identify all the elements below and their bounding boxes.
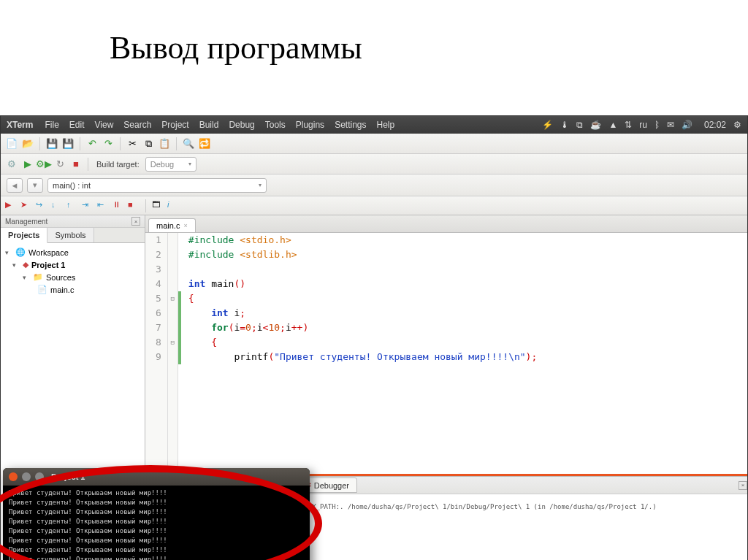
menu-search[interactable]: Search — [123, 120, 151, 130]
run-to-cursor-icon[interactable]: ➤ — [20, 200, 32, 212]
clock[interactable]: 02:02 — [704, 120, 726, 130]
menu-plugins[interactable]: Plugins — [296, 120, 324, 130]
temperature-icon[interactable]: 🌡 — [560, 120, 569, 130]
ide-screenshot: XTerm FileEditViewSearchProjectBuildDebu… — [0, 115, 748, 560]
menu-tools[interactable]: Tools — [265, 120, 286, 130]
break-icon[interactable]: ⏸ — [112, 200, 124, 212]
session-icon[interactable]: ⚙ — [733, 120, 741, 130]
menu-project[interactable]: Project — [161, 120, 188, 130]
keyboard-layout[interactable]: ru — [639, 120, 647, 130]
close-panel-icon[interactable]: × — [131, 217, 140, 226]
editor-tabs: main.c× — [145, 215, 747, 233]
power-icon[interactable]: ⚡ — [542, 120, 553, 130]
nav-back-button[interactable]: ◄ — [7, 178, 23, 193]
terminal-title: Project 1 — [51, 472, 85, 481]
step-into-icon[interactable]: ↓ — [51, 200, 63, 212]
tree-project[interactable]: ▾◆Project 1 — [2, 258, 143, 271]
undo-icon[interactable]: ↶ — [85, 137, 99, 150]
menu-debug[interactable]: Debug — [229, 120, 254, 130]
save-icon[interactable]: 💾 — [45, 137, 58, 150]
stop-debug-icon[interactable]: ■ — [128, 200, 140, 212]
editor-tab-main-c[interactable]: main.c× — [148, 218, 196, 232]
build-run-icon[interactable]: ⚙▶ — [37, 158, 50, 171]
dropbox-icon[interactable]: ⧉ — [576, 120, 583, 130]
tab-projects[interactable]: Projects — [1, 228, 47, 243]
menu-build[interactable]: Build — [199, 120, 219, 130]
step-out-icon[interactable]: ↑ — [66, 200, 78, 212]
window-close-icon[interactable] — [9, 472, 18, 481]
info-icon[interactable]: i — [167, 200, 179, 212]
copy-icon[interactable]: ⧉ — [142, 137, 155, 150]
terminal-window[interactable]: Project 1 Привет студенты! Открываем нов… — [3, 468, 310, 560]
network-icon[interactable]: ⇅ — [625, 120, 632, 130]
system-tray: ⚡ 🌡 ⧉ ☕ ▲ ⇅ ru ᛒ ✉ 🔊 02:02 ⚙ — [542, 120, 741, 130]
window-title: XTerm — [7, 120, 33, 130]
mail-icon[interactable]: ✉ — [667, 120, 674, 130]
redo-icon[interactable]: ↷ — [102, 137, 115, 150]
menu-edit[interactable]: Edit — [69, 120, 85, 130]
tree-file-main-c[interactable]: 📄main.c — [2, 283, 143, 296]
terminal-titlebar[interactable]: Project 1 — [3, 468, 310, 486]
step-instr-icon[interactable]: ⇤ — [97, 200, 109, 212]
main-toolbar: 📄 📂 💾 💾 ↶ ↷ ✂ ⧉ 📋 🔍 🔁 — [1, 134, 747, 154]
system-topbar: XTerm FileEditViewSearchProjectBuildDebu… — [1, 116, 747, 134]
code-lines[interactable]: #include <stdio.h>#include <stdlib.h> in… — [181, 233, 537, 474]
sidebar-panel-header: Management × — [1, 215, 145, 228]
menu-view[interactable]: View — [95, 120, 114, 130]
sidebar-tabs: Projects Symbols — [1, 228, 145, 243]
menu-settings[interactable]: Settings — [335, 120, 366, 130]
debug-start-icon[interactable]: ▶ — [5, 200, 17, 212]
scope-toolbar: ◄ ▾ main() : int▾ — [1, 174, 747, 196]
terminal-output[interactable]: Привет студенты! Открываем новый мир!!!!… — [3, 486, 310, 560]
save-all-icon[interactable]: 💾 — [61, 137, 75, 150]
code-editor[interactable]: 123456789 ⊟⊟ #include <stdio.h>#include … — [145, 233, 747, 474]
debug-toolbar: ▶ ➤ ↪ ↓ ↑ ⇥ ⇤ ⏸ ■ 🗔 i — [1, 196, 747, 215]
run-icon[interactable]: ▶ — [21, 158, 34, 171]
build-icon[interactable]: ⚙ — [5, 158, 18, 171]
updates-icon[interactable]: ▲ — [608, 120, 617, 130]
tree-sources[interactable]: ▾📁Sources — [2, 271, 143, 283]
fold-gutter[interactable]: ⊟⊟ — [168, 233, 178, 474]
line-gutter: 123456789 — [145, 233, 168, 474]
debug-windows-icon[interactable]: 🗔 — [152, 200, 164, 212]
build-target-combo[interactable]: Debug▾ — [145, 157, 196, 172]
window-maximize-icon[interactable] — [35, 472, 44, 481]
open-file-icon[interactable]: 📂 — [21, 137, 34, 150]
new-file-icon[interactable]: 📄 — [5, 137, 18, 150]
abort-icon[interactable]: ■ — [69, 158, 83, 171]
build-target-label: Build target: — [96, 160, 140, 169]
volume-icon[interactable]: 🔊 — [682, 120, 692, 130]
coffee-icon[interactable]: ☕ — [590, 120, 601, 130]
cut-icon[interactable]: ✂ — [126, 137, 139, 150]
slide-title: Вывод программы — [0, 0, 748, 85]
next-line-icon[interactable]: ↪ — [36, 200, 47, 212]
nav-scope-dropdown[interactable]: ▾ — [27, 178, 43, 193]
replace-icon[interactable]: 🔁 — [198, 137, 211, 150]
scope-combo[interactable]: main() : int▾ — [47, 178, 267, 193]
close-tab-icon[interactable]: × — [183, 222, 187, 229]
menu-file[interactable]: File — [45, 120, 58, 130]
menu-help[interactable]: Help — [376, 120, 394, 130]
next-instr-icon[interactable]: ⇥ — [82, 200, 94, 212]
tab-symbols[interactable]: Symbols — [47, 228, 94, 242]
paste-icon[interactable]: 📋 — [158, 137, 171, 150]
bluetooth-icon[interactable]: ᛒ — [654, 120, 660, 130]
window-minimize-icon[interactable] — [22, 472, 31, 481]
find-icon[interactable]: 🔍 — [182, 137, 195, 150]
tree-workspace[interactable]: ▾🌐Workspace — [2, 246, 143, 258]
close-log-icon[interactable]: × — [739, 481, 747, 490]
rebuild-icon[interactable]: ↻ — [53, 158, 66, 171]
build-toolbar: ⚙ ▶ ⚙▶ ↻ ■ Build target: Debug▾ — [1, 154, 747, 174]
